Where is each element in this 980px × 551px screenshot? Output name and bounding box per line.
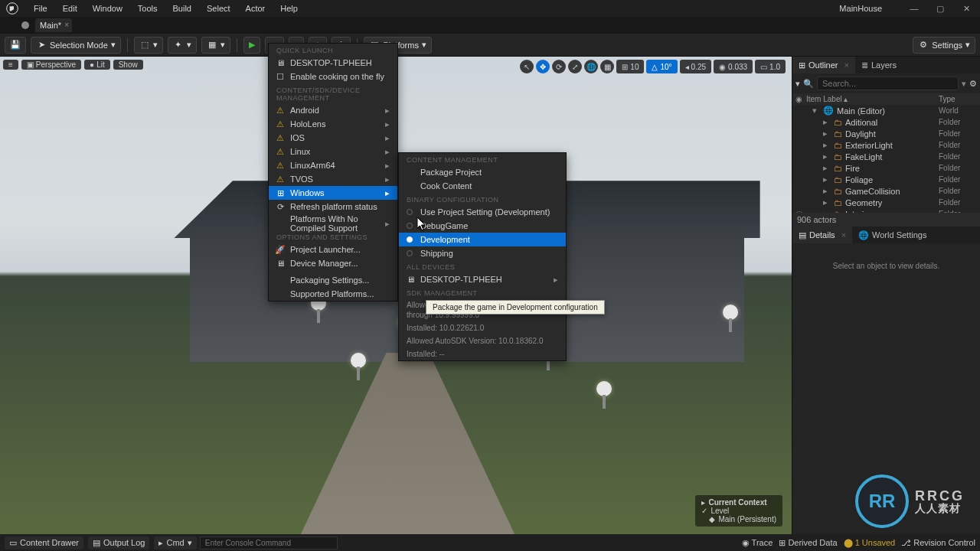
unsaved-button[interactable]: ⬤ 1 Unsaved <box>844 538 896 548</box>
expand-arrow-icon[interactable]: ▸ <box>823 174 831 184</box>
menu-no-compiled[interactable]: Platforms With No Compiled Support▸ <box>269 217 397 230</box>
angle-snap-button[interactable]: △ 10° <box>646 60 677 73</box>
save-indicator-icon[interactable] <box>20 20 31 31</box>
add-content-button[interactable]: ⬚▾ <box>134 37 163 54</box>
menu-build[interactable]: Build <box>165 1 199 16</box>
viewport-show-button[interactable]: Show <box>113 60 143 70</box>
save-button[interactable]: 💾 <box>5 37 26 54</box>
outliner-row[interactable]: ▸🗀FireFolder <box>792 162 980 174</box>
cmd-dropdown[interactable]: ▸Cmd ▾ <box>154 536 196 549</box>
menu-help[interactable]: Help <box>273 1 305 16</box>
light-actor-icon[interactable] <box>348 353 368 383</box>
coord-space-button[interactable]: 🌐 <box>584 60 598 73</box>
light-actor-icon[interactable] <box>720 305 740 335</box>
menu-supported-platforms[interactable]: Supported Platforms... <box>269 287 397 301</box>
outliner-row[interactable]: ▸🗀FakeLightFolder <box>792 151 980 162</box>
menu-shipping[interactable]: Shipping <box>399 246 566 260</box>
maximize-button[interactable]: ▢ <box>931 4 949 14</box>
outliner-row[interactable]: ▸🗀GameCollisionFolder <box>792 185 980 197</box>
menu-window[interactable]: Window <box>85 1 130 16</box>
marketplace-button[interactable]: ✦▾ <box>168 37 197 54</box>
viewport-options-button[interactable]: ≡ <box>3 60 18 70</box>
selection-mode-dropdown[interactable]: ➤ Selection Mode ▾ <box>31 37 121 54</box>
revision-control-button[interactable]: ⎇ Revision Control <box>901 538 975 548</box>
menu-cook-content[interactable]: Cook Content <box>399 179 566 193</box>
expand-arrow-icon[interactable]: ▸ <box>823 197 831 207</box>
menu-linuxarm64[interactable]: ⚠LinuxArm64▸ <box>269 158 397 172</box>
expand-arrow-icon[interactable]: ▸ <box>823 117 831 127</box>
outliner-row[interactable]: ▸🗀ExteriorLightFolder <box>792 139 980 151</box>
transform-rotate-button[interactable]: ⟳ <box>552 60 566 73</box>
tab-close-icon[interactable]: × <box>64 21 69 29</box>
menu-hololens[interactable]: ⚠HoloLens▸ <box>269 117 397 131</box>
filter-icon[interactable]: ▾ <box>795 79 800 89</box>
derived-data-button[interactable]: ⊞ Derived Data <box>779 538 837 548</box>
scale-snap-button[interactable]: ◂ 0.25 <box>680 60 711 73</box>
menu-tvos[interactable]: ⚠TVOS▸ <box>269 172 397 186</box>
outliner-row[interactable]: ▸🗀FoliageFolder <box>792 174 980 185</box>
tab-close-icon[interactable]: × <box>844 60 849 70</box>
menu-enable-cooking[interactable]: ☐Enable cooking on the fly <box>269 70 397 83</box>
menu-use-project-setting[interactable]: Use Project Setting (Development) <box>399 205 566 219</box>
menu-windows[interactable]: ⊞Windows▸ <box>269 186 397 200</box>
viewport-maximize-button[interactable]: ▭ 1.0 <box>755 60 786 73</box>
trace-button[interactable]: ◉ Trace <box>742 538 773 548</box>
menu-edit[interactable]: Edit <box>55 1 85 16</box>
transform-translate-button[interactable]: ✥ <box>536 60 550 73</box>
console-command-input[interactable] <box>200 536 338 549</box>
gear-icon[interactable]: ⚙ <box>969 79 977 89</box>
sort-icon[interactable]: ▴ <box>844 95 848 103</box>
menu-select[interactable]: Select <box>199 1 238 16</box>
options-icon[interactable]: ▾ <box>962 79 966 89</box>
grid-snap-button[interactable]: ⊞ 10 <box>616 60 644 73</box>
menu-android[interactable]: ⚠Android▸ <box>269 103 397 117</box>
tab-details[interactable]: ▤Details× <box>792 227 852 243</box>
menu-actor[interactable]: Actor <box>238 1 273 16</box>
menu-device-manager[interactable]: 🖥Device Manager... <box>269 256 397 270</box>
expand-arrow-icon[interactable]: ▸ <box>823 163 831 173</box>
menu-development[interactable]: Development <box>399 233 566 246</box>
transform-select-button[interactable]: ↖ <box>520 60 534 73</box>
output-log-button[interactable]: ▤Output Log <box>88 536 149 549</box>
eye-icon[interactable]: ◉ <box>795 95 806 103</box>
viewport-lit-button[interactable]: ●Lit <box>84 60 110 70</box>
tab-layers[interactable]: ≣Layers <box>855 57 903 73</box>
outliner-row[interactable]: ▸🗀AditionalFolder <box>792 116 980 128</box>
cinematics-button[interactable]: ▦▾ <box>201 37 230 54</box>
expand-arrow-icon[interactable]: ▸ <box>823 129 831 139</box>
outliner-row[interactable]: ▸🗀DaylightFolder <box>792 128 980 139</box>
outliner-search-input[interactable] <box>817 77 959 90</box>
expand-arrow-icon[interactable]: ▸ <box>823 186 831 196</box>
tab-main[interactable]: Main* × <box>35 18 72 32</box>
menu-package-project[interactable]: Package Project <box>399 165 566 179</box>
tab-outliner[interactable]: ⊞Outliner× <box>792 57 855 73</box>
settings-dropdown[interactable]: ⚙ Settings ▾ <box>913 37 975 54</box>
menu-file[interactable]: File <box>26 1 55 16</box>
outliner-tree[interactable]: ▾🌐Main (Editor)World▸🗀AditionalFolder▸🗀D… <box>792 105 980 213</box>
outliner-row[interactable]: ▸🗀GeometryFolder <box>792 197 980 208</box>
menu-desktop[interactable]: 🖥DESKTOP-TLPHEEH <box>269 56 397 70</box>
outliner-row[interactable]: ▾🌐Main (Editor)World <box>792 105 980 116</box>
expand-arrow-icon[interactable]: ▾ <box>812 106 820 116</box>
close-button[interactable]: ✕ <box>957 4 975 14</box>
tab-world-settings[interactable]: 🌐World Settings <box>852 227 933 243</box>
content-drawer-button[interactable]: ▭Content Drawer <box>5 536 83 549</box>
menu-debuggame[interactable]: DebugGame <box>399 219 566 233</box>
play-button[interactable]: ▶ <box>243 37 260 54</box>
expand-arrow-icon[interactable]: ▸ <box>823 140 831 150</box>
viewport-perspective-button[interactable]: ▣Perspective <box>21 60 81 70</box>
expand-arrow-icon[interactable]: ▸ <box>823 152 831 161</box>
menu-project-launcher[interactable]: 🚀Project Launcher... <box>269 243 397 256</box>
camera-speed-button[interactable]: ◉ 0.033 <box>714 60 753 73</box>
menu-ios[interactable]: ⚠IOS▸ <box>269 131 397 145</box>
menu-linux[interactable]: ⚠Linux▸ <box>269 145 397 158</box>
tab-close-icon[interactable]: × <box>841 230 846 240</box>
surface-snap-button[interactable]: ▦ <box>600 60 614 73</box>
minimize-button[interactable]: — <box>905 4 923 14</box>
transform-scale-button[interactable]: ⤢ <box>568 60 582 73</box>
menu-tools[interactable]: Tools <box>130 1 165 16</box>
menu-device-desktop[interactable]: 🖥DESKTOP-TLPHEEH▸ <box>399 272 566 286</box>
menu-packaging-settings[interactable]: Packaging Settings... <box>269 273 397 287</box>
menu-refresh-status[interactable]: ⟳Refresh platform status <box>269 200 397 214</box>
light-actor-icon[interactable] <box>594 381 614 412</box>
